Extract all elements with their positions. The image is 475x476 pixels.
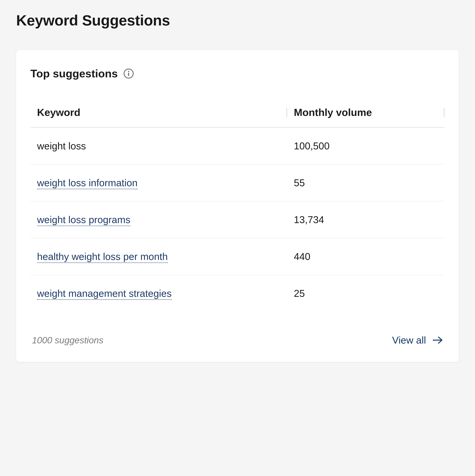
column-header-volume-label: Monthly volume (294, 107, 372, 118)
column-header-volume[interactable]: Monthly volume (287, 106, 445, 118)
column-divider (444, 108, 445, 117)
keyword-link[interactable]: weight loss information (37, 177, 137, 189)
svg-point-1 (128, 71, 129, 72)
volume-text: 440 (294, 251, 310, 262)
table-row: weight loss information 55 (30, 165, 445, 202)
table-row: weight loss 100,500 (30, 128, 445, 165)
view-all-link[interactable]: View all (392, 334, 443, 346)
svg-rect-2 (128, 73, 129, 76)
keyword-text: weight loss (37, 140, 86, 152)
volume-text: 25 (294, 288, 305, 299)
keyword-link[interactable]: weight management strategies (37, 288, 171, 300)
view-all-label: View all (392, 334, 426, 346)
table-row: weight management strategies 25 (30, 275, 445, 312)
card-footer: 1000 suggestions View all (30, 334, 445, 346)
column-header-keyword-label: Keyword (37, 107, 80, 118)
table-header-row: Keyword Monthly volume (30, 106, 445, 128)
suggestions-table: Keyword Monthly volume weight loss 100,5… (30, 106, 445, 312)
arrow-right-icon (432, 336, 443, 345)
table-row: healthy weight loss per month 440 (30, 238, 445, 275)
volume-text: 55 (294, 177, 305, 188)
volume-text: 100,500 (294, 140, 330, 152)
info-icon[interactable] (123, 68, 134, 79)
suggestions-count: 1000 suggestions (32, 335, 103, 345)
keyword-link[interactable]: weight loss programs (37, 214, 130, 226)
card-title: Top suggestions (30, 67, 118, 80)
volume-text: 13,734 (294, 214, 324, 225)
keyword-link[interactable]: healthy weight loss per month (37, 251, 168, 263)
page-title: Keyword Suggestions (16, 12, 459, 29)
table-row: weight loss programs 13,734 (30, 202, 445, 238)
suggestions-card: Top suggestions Keyword Monthly volume (16, 50, 459, 362)
column-header-keyword[interactable]: Keyword (30, 106, 287, 118)
card-header: Top suggestions (30, 67, 445, 80)
